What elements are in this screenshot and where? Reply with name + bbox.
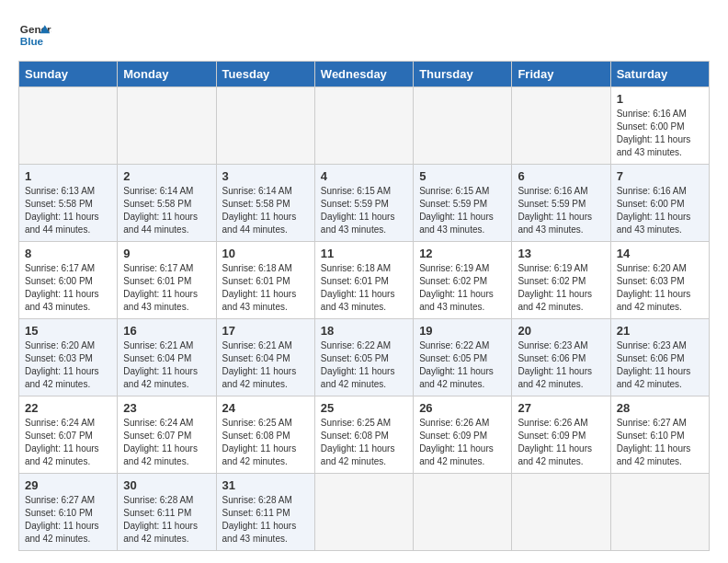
calendar-cell: 18 Sunrise: 6:22 AMSunset: 6:05 PMDaylig… (314, 319, 413, 396)
calendar-week-1: 1 Sunrise: 6:13 AMSunset: 5:58 PMDayligh… (19, 165, 710, 242)
calendar-cell: 29 Sunrise: 6:27 AMSunset: 6:10 PMDaylig… (19, 474, 118, 551)
day-number: 19 (419, 324, 506, 338)
day-number: 24 (222, 401, 309, 415)
calendar-cell: 30 Sunrise: 6:28 AMSunset: 6:11 PMDaylig… (118, 474, 216, 551)
calendar-cell: 21 Sunrise: 6:23 AMSunset: 6:06 PMDaylig… (610, 319, 709, 396)
calendar-cell: 19 Sunrise: 6:22 AMSunset: 6:05 PMDaylig… (414, 319, 512, 396)
calendar-cell: 4 Sunrise: 6:15 AMSunset: 5:59 PMDayligh… (314, 165, 413, 242)
day-info: Sunrise: 6:16 AMSunset: 5:59 PMDaylight:… (518, 186, 592, 235)
day-number: 26 (419, 401, 506, 415)
day-info: Sunrise: 6:22 AMSunset: 6:05 PMDaylight:… (419, 340, 494, 389)
day-info: Sunrise: 6:14 AMSunset: 5:58 PMDaylight:… (123, 186, 198, 235)
day-number: 2 (123, 169, 210, 183)
calendar-cell (314, 87, 413, 165)
calendar-cell: 22 Sunrise: 6:24 AMSunset: 6:07 PMDaylig… (19, 396, 118, 474)
day-number: 18 (321, 324, 407, 338)
svg-text:Blue: Blue (20, 35, 44, 47)
day-number: 1 (25, 169, 111, 183)
day-number: 1 (617, 92, 703, 106)
day-info: Sunrise: 6:20 AMSunset: 6:03 PMDaylight:… (617, 263, 691, 312)
day-header-tuesday: Tuesday (216, 62, 314, 87)
day-number: 7 (617, 169, 703, 183)
day-header-friday: Friday (512, 62, 610, 87)
day-info: Sunrise: 6:26 AMSunset: 6:09 PMDaylight:… (419, 418, 494, 466)
page-header: General Blue (18, 18, 710, 52)
day-info: Sunrise: 6:15 AMSunset: 5:59 PMDaylight:… (419, 186, 494, 235)
day-info: Sunrise: 6:23 AMSunset: 6:06 PMDaylight:… (518, 340, 592, 389)
calendar-week-5: 29 Sunrise: 6:27 AMSunset: 6:10 PMDaylig… (19, 474, 710, 551)
day-info: Sunrise: 6:14 AMSunset: 5:58 PMDaylight:… (222, 186, 297, 235)
calendar-week-4: 22 Sunrise: 6:24 AMSunset: 6:07 PMDaylig… (19, 396, 710, 474)
calendar-cell: 26 Sunrise: 6:26 AMSunset: 6:09 PMDaylig… (414, 396, 512, 474)
day-info: Sunrise: 6:15 AMSunset: 5:59 PMDaylight:… (321, 186, 395, 235)
day-header-wednesday: Wednesday (314, 62, 413, 87)
day-number: 9 (123, 247, 210, 260)
calendar-cell: 2 Sunrise: 6:14 AMSunset: 5:58 PMDayligh… (118, 165, 216, 242)
day-info: Sunrise: 6:17 AMSunset: 6:01 PMDaylight:… (123, 263, 198, 312)
day-info: Sunrise: 6:23 AMSunset: 6:06 PMDaylight:… (617, 340, 691, 389)
day-header-monday: Monday (118, 62, 216, 87)
calendar-table: SundayMondayTuesdayWednesdayThursdayFrid… (18, 61, 710, 551)
day-number: 15 (25, 324, 111, 338)
calendar-cell: 13 Sunrise: 6:19 AMSunset: 6:02 PMDaylig… (512, 242, 610, 319)
day-number: 4 (321, 169, 407, 183)
day-number: 5 (419, 169, 506, 183)
day-info: Sunrise: 6:18 AMSunset: 6:01 PMDaylight:… (321, 263, 395, 312)
calendar-cell (512, 474, 610, 551)
day-number: 20 (518, 324, 604, 338)
day-info: Sunrise: 6:27 AMSunset: 6:10 PMDaylight:… (25, 495, 99, 544)
calendar-week-2: 8 Sunrise: 6:17 AMSunset: 6:00 PMDayligh… (19, 242, 710, 319)
day-info: Sunrise: 6:19 AMSunset: 6:02 PMDaylight:… (419, 263, 494, 312)
calendar-cell: 15 Sunrise: 6:20 AMSunset: 6:03 PMDaylig… (19, 319, 118, 396)
calendar-cell (19, 87, 118, 165)
calendar-cell: 28 Sunrise: 6:27 AMSunset: 6:10 PMDaylig… (610, 396, 709, 474)
day-info: Sunrise: 6:24 AMSunset: 6:07 PMDaylight:… (123, 418, 198, 466)
day-number: 10 (222, 247, 309, 260)
calendar-cell: 20 Sunrise: 6:23 AMSunset: 6:06 PMDaylig… (512, 319, 610, 396)
calendar-week-3: 15 Sunrise: 6:20 AMSunset: 6:03 PMDaylig… (19, 319, 710, 396)
day-info: Sunrise: 6:27 AMSunset: 6:10 PMDaylight:… (617, 418, 691, 466)
calendar-cell (512, 87, 610, 165)
day-number: 30 (123, 478, 210, 492)
day-info: Sunrise: 6:25 AMSunset: 6:08 PMDaylight:… (222, 418, 297, 466)
calendar-cell: 24 Sunrise: 6:25 AMSunset: 6:08 PMDaylig… (216, 396, 314, 474)
calendar-cell (414, 474, 512, 551)
calendar-cell: 16 Sunrise: 6:21 AMSunset: 6:04 PMDaylig… (118, 319, 216, 396)
calendar-cell (610, 474, 709, 551)
day-number: 13 (518, 247, 604, 260)
day-number: 8 (25, 247, 111, 260)
calendar-cell: 1 Sunrise: 6:16 AMSunset: 6:00 PMDayligh… (610, 87, 709, 165)
calendar-cell: 17 Sunrise: 6:21 AMSunset: 6:04 PMDaylig… (216, 319, 314, 396)
day-info: Sunrise: 6:19 AMSunset: 6:02 PMDaylight:… (518, 263, 592, 312)
calendar-cell: 7 Sunrise: 6:16 AMSunset: 6:00 PMDayligh… (610, 165, 709, 242)
logo: General Blue (18, 18, 51, 52)
day-header-thursday: Thursday (414, 62, 512, 87)
day-number: 22 (25, 401, 111, 415)
logo-icon: General Blue (18, 18, 51, 52)
day-info: Sunrise: 6:28 AMSunset: 6:11 PMDaylight:… (222, 495, 297, 544)
day-info: Sunrise: 6:26 AMSunset: 6:09 PMDaylight:… (518, 418, 592, 466)
day-number: 11 (321, 247, 407, 260)
calendar-cell: 5 Sunrise: 6:15 AMSunset: 5:59 PMDayligh… (414, 165, 512, 242)
calendar-week-0: 1 Sunrise: 6:16 AMSunset: 6:00 PMDayligh… (19, 87, 710, 165)
calendar-cell: 10 Sunrise: 6:18 AMSunset: 6:01 PMDaylig… (216, 242, 314, 319)
calendar-cell: 11 Sunrise: 6:18 AMSunset: 6:01 PMDaylig… (314, 242, 413, 319)
calendar-cell: 6 Sunrise: 6:16 AMSunset: 5:59 PMDayligh… (512, 165, 610, 242)
day-number: 17 (222, 324, 309, 338)
day-info: Sunrise: 6:20 AMSunset: 6:03 PMDaylight:… (25, 340, 99, 389)
calendar-cell: 9 Sunrise: 6:17 AMSunset: 6:01 PMDayligh… (118, 242, 216, 319)
calendar-cell: 12 Sunrise: 6:19 AMSunset: 6:02 PMDaylig… (414, 242, 512, 319)
day-info: Sunrise: 6:28 AMSunset: 6:11 PMDaylight:… (123, 495, 198, 544)
day-info: Sunrise: 6:18 AMSunset: 6:01 PMDaylight:… (222, 263, 297, 312)
day-number: 31 (222, 478, 309, 492)
calendar-cell: 1 Sunrise: 6:13 AMSunset: 5:58 PMDayligh… (19, 165, 118, 242)
day-info: Sunrise: 6:17 AMSunset: 6:00 PMDaylight:… (25, 263, 99, 312)
calendar-cell: 23 Sunrise: 6:24 AMSunset: 6:07 PMDaylig… (118, 396, 216, 474)
day-info: Sunrise: 6:25 AMSunset: 6:08 PMDaylight:… (321, 418, 395, 466)
calendar-cell: 14 Sunrise: 6:20 AMSunset: 6:03 PMDaylig… (610, 242, 709, 319)
day-number: 16 (123, 324, 210, 338)
day-number: 6 (518, 169, 604, 183)
day-number: 23 (123, 401, 210, 415)
calendar-cell (118, 87, 216, 165)
day-number: 28 (617, 401, 703, 415)
